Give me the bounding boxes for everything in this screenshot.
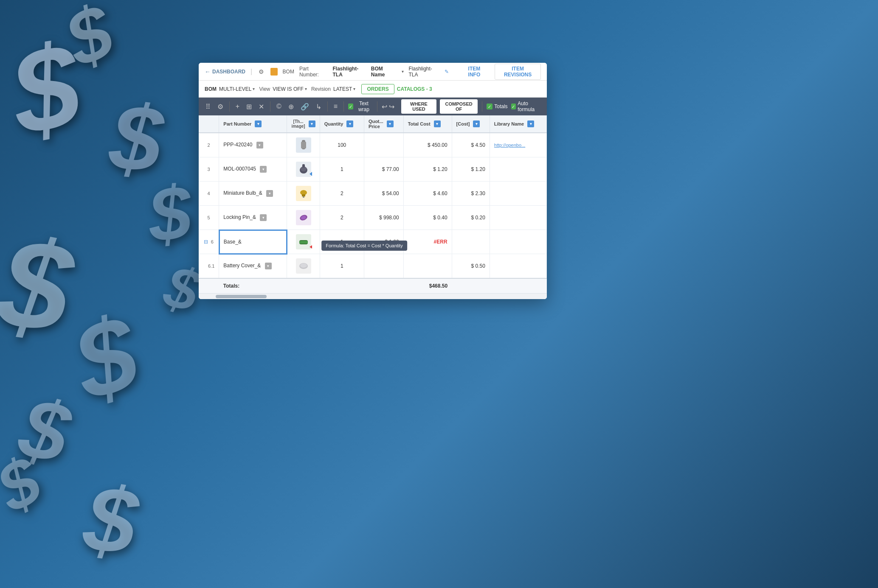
second-nav: BOM MULTI-LEVEL ▾ View VIEW IS OFF ▾ Rev… — [199, 81, 547, 98]
toolbar-divider-2 — [270, 101, 270, 112]
library-name-filter-icon[interactable]: ▾ — [527, 120, 534, 127]
col-header-total-cost[interactable]: Total Cost ▾ — [403, 115, 452, 133]
cost-col-label: [Cost] — [456, 121, 470, 126]
quot-price-cell-5: $ 998.00 — [364, 206, 403, 230]
view-arrow-icon: ▾ — [305, 87, 307, 91]
nav-separator-1: | — [250, 68, 252, 76]
part-number-cell-4[interactable]: Miniature Bulb_& ▾ — [219, 182, 287, 206]
row-expand-icon-6[interactable]: ⊟ — [204, 239, 208, 245]
multi-level-label: MULTI-LEVEL — [219, 86, 251, 92]
config-icon[interactable]: ⚙ — [216, 102, 225, 112]
library-name-cell-5 — [490, 206, 546, 230]
part-number-cell-2[interactable]: PPP-420240 ▾ — [219, 133, 287, 157]
paste-icon[interactable]: ⊕ — [287, 102, 295, 112]
total-cost-filter-icon[interactable]: ▾ — [434, 120, 441, 127]
multi-level-dropdown[interactable]: MULTI-LEVEL ▾ — [219, 86, 255, 92]
bom-name-value: Flashlight-TLA — [409, 66, 439, 78]
flashlight-icon — [270, 68, 278, 76]
thumbnail-cell-5 — [287, 206, 320, 230]
back-to-dashboard-button[interactable]: ← DASHBOARD — [205, 68, 245, 75]
bom-label: BOM — [283, 69, 294, 75]
thumbnail-col-label: [Th...image] — [291, 119, 305, 129]
quantity-filter-icon[interactable]: ▾ — [346, 120, 353, 127]
totals-label-group: ✓ Totals — [487, 104, 507, 109]
part-number-cell-5[interactable]: Locking Pin_& ▾ — [219, 206, 287, 230]
library-link-2[interactable]: http://openbo... — [494, 143, 525, 148]
quantity-col-label: Quantity — [324, 121, 343, 126]
col-header-library-name[interactable]: Library Name ▾ — [490, 115, 546, 133]
toolbar-divider-4 — [343, 101, 344, 112]
formula-tooltip: Formula: Total Cost = Cost * Quantity — [321, 241, 407, 251]
add-row-icon[interactable]: + — [234, 102, 241, 111]
where-used-button[interactable]: WHERE USED — [401, 99, 436, 114]
text-wrap-label: Text wrap — [355, 101, 373, 112]
quot-price-cell-2 — [364, 133, 403, 157]
part-number-cell-6-1[interactable]: Battery Cover_& ▾ — [219, 254, 287, 279]
thumbnail-2 — [296, 137, 311, 153]
col-header-part-number[interactable]: Part Number ▾ — [219, 115, 287, 133]
main-panel: ← DASHBOARD | ⚙ BOM Part Number: Flashli… — [199, 63, 547, 299]
row-filter-icon-3[interactable]: ▾ — [260, 166, 267, 173]
quantity-cell-4: 2 — [320, 182, 364, 206]
row-filter-icon-6-1[interactable]: ▾ — [265, 263, 272, 269]
part-number-filter-icon[interactable]: ▾ — [255, 120, 262, 127]
edit-bom-name-icon[interactable]: ✎ — [445, 69, 449, 75]
bom-name-dropdown-icon[interactable]: ▾ — [402, 69, 404, 74]
toolbar-divider-3 — [327, 101, 328, 112]
redo-button[interactable]: ↪ — [389, 103, 394, 111]
col-header-quot-price[interactable]: Quot...Price ▾ — [364, 115, 403, 133]
total-cost-cell-3: $ 1.20 — [403, 157, 452, 182]
svg-rect-11 — [299, 241, 308, 244]
part-number-cell-6[interactable]: Base_& — [219, 230, 287, 254]
undo-button[interactable]: ↩ — [382, 103, 387, 111]
back-arrow-icon: ← — [205, 68, 211, 75]
scrollbar-thumb[interactable] — [216, 295, 267, 298]
delete-icon[interactable]: ✕ — [257, 102, 266, 112]
link-icon[interactable]: 🔗 — [299, 102, 311, 112]
part-number-label: Part Number: — [299, 66, 328, 78]
text-wrap-button[interactable]: ✓ Text wrap — [348, 101, 373, 112]
part-number-cell-3[interactable]: MOL-0007045 ▾ — [219, 157, 287, 182]
total-cost-cell-6: #ERR — [403, 230, 452, 254]
table-header-row: Part Number ▾ [Th...image] ▾ Quantity — [199, 115, 547, 133]
quot-price-cell-6-1 — [364, 254, 403, 279]
settings-icon[interactable]: ⚙ — [257, 67, 265, 76]
cost-cell-4: $ 2.30 — [452, 182, 490, 206]
top-nav: ← DASHBOARD | ⚙ BOM Part Number: Flashli… — [199, 63, 547, 81]
row-filter-icon-5[interactable]: ▾ — [260, 214, 267, 221]
row-filter-icon-2[interactable]: ▾ — [256, 142, 263, 148]
item-info-button[interactable]: ITEM INFO — [459, 64, 490, 79]
view-dropdown[interactable]: VIEW IS OFF ▾ — [273, 86, 307, 92]
undo-redo-group: ↩ ↪ — [382, 103, 394, 111]
totals-checkbox[interactable]: ✓ — [487, 104, 492, 109]
table-row: 2 PPP-420240 ▾ 100 $ 450.00 $ 4.50 — [199, 133, 547, 157]
col-header-quantity[interactable]: Quantity ▾ — [320, 115, 364, 133]
arrow-icon[interactable]: ↳ — [314, 102, 323, 112]
col-header-cost[interactable]: [Cost] ▾ — [452, 115, 490, 133]
catalogs-button[interactable]: CATALOGS - 3 — [397, 84, 432, 94]
hierarchy-icon[interactable]: ⠿ — [204, 102, 212, 112]
bom-second-label: BOM — [205, 86, 217, 92]
library-name-cell-2[interactable]: http://openbo... — [490, 133, 546, 157]
row-filter-icon-4[interactable]: ▾ — [266, 190, 273, 197]
toolbar: ⠿ ⚙ + ⊞ ✕ © ⊕ 🔗 ↳ ≡ ✓ Text wrap ↩ ↪ WHER… — [199, 98, 547, 115]
composed-of-button[interactable]: COMPOSED OF — [440, 99, 478, 114]
auto-formula-checkbox[interactable]: ✓ — [511, 104, 516, 109]
align-icon[interactable]: ≡ — [332, 102, 339, 111]
thumbnail-filter-icon[interactable]: ▾ — [309, 120, 315, 127]
total-cost-col-label: Total Cost — [408, 121, 431, 126]
cost-filter-icon[interactable]: ▾ — [473, 120, 480, 127]
totals-text: Totals: — [223, 283, 239, 289]
grid-icon[interactable]: ⊞ — [245, 102, 253, 112]
library-name-cell-6 — [490, 230, 546, 254]
table-row: 5 Locking Pin_& ▾ 2 $ — [199, 206, 547, 230]
copy-icon[interactable]: © — [275, 102, 283, 111]
revision-dropdown[interactable]: LATEST ▾ — [333, 86, 355, 92]
item-revisions-button[interactable]: ITEM REVISIONS — [495, 64, 541, 80]
part-number-value-3: MOL-0007045 — [223, 166, 256, 172]
col-header-thumbnail[interactable]: [Th...image] ▾ — [287, 115, 320, 133]
row-num-3: 3 — [199, 157, 219, 182]
horizontal-scrollbar[interactable] — [199, 293, 547, 299]
quot-price-filter-icon[interactable]: ▾ — [387, 120, 394, 127]
orders-button[interactable]: ORDERS — [361, 84, 394, 94]
